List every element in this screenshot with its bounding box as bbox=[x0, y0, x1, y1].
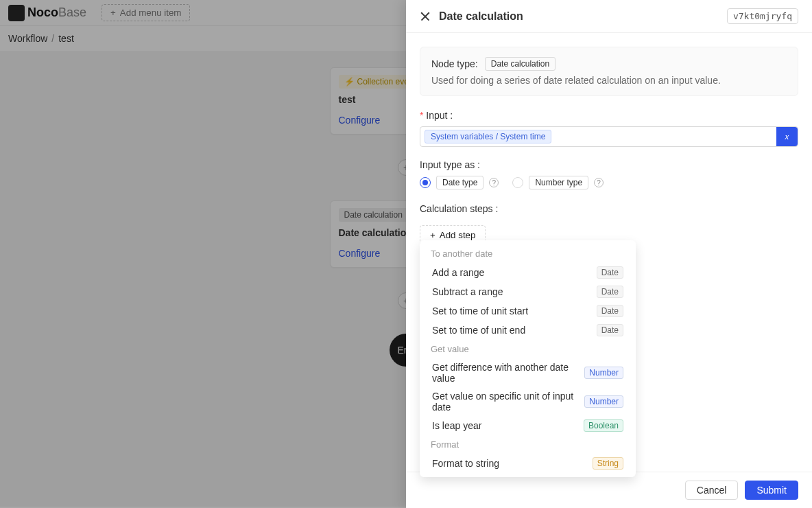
dd-label: Add a range bbox=[432, 267, 484, 278]
dd-badge-boolean: Boolean bbox=[584, 419, 623, 432]
dd-format-string[interactable]: Format to string String bbox=[424, 454, 632, 472]
dd-badge-number: Number bbox=[584, 395, 623, 408]
input-field[interactable]: System variables / System time x bbox=[420, 126, 798, 147]
dd-label: Format to string bbox=[432, 458, 499, 469]
date-type-radio[interactable] bbox=[420, 177, 431, 188]
dd-label: Get value on specific unit of input date bbox=[432, 391, 584, 413]
dd-badge-number: Number bbox=[584, 367, 623, 379]
step-dropdown: To another date Add a range Date Subtrac… bbox=[420, 240, 636, 472]
drawer-header: Date calculation v7kt0mjryfq bbox=[406, 0, 812, 33]
dd-label: Get difference with another date value bbox=[432, 362, 584, 384]
steps-label: Calculation steps : bbox=[420, 203, 798, 214]
node-type-label: Node type: bbox=[431, 58, 478, 69]
dd-label: Subtract a range bbox=[432, 286, 503, 297]
info-box: Node type: Date calculation Used for doi… bbox=[420, 47, 798, 96]
node-type-tag: Date calculation bbox=[485, 57, 556, 71]
help-icon[interactable]: ? bbox=[489, 178, 499, 187]
dd-unit-value[interactable]: Get value on specific unit of input date… bbox=[424, 387, 632, 416]
dd-unit-start[interactable]: Set to time of unit start Date bbox=[424, 301, 632, 321]
dd-unit-end[interactable]: Set to time of unit end Date bbox=[424, 321, 632, 340]
plus-icon: + bbox=[430, 230, 435, 240]
input-type-as-label: Input type as : bbox=[420, 159, 798, 170]
dd-badge-date: Date bbox=[597, 305, 623, 317]
input-chip[interactable]: System variables / System time bbox=[425, 130, 551, 143]
variable-button[interactable]: x bbox=[776, 127, 798, 146]
dd-label: Set to time of unit start bbox=[432, 305, 528, 316]
dd-badge-date: Date bbox=[597, 266, 623, 279]
date-type-tag: Date type bbox=[436, 176, 483, 189]
submit-button[interactable]: Submit bbox=[745, 481, 798, 500]
dd-group-get-value: Get value bbox=[424, 340, 632, 358]
help-icon[interactable]: ? bbox=[594, 178, 604, 187]
close-icon[interactable] bbox=[420, 11, 431, 22]
config-drawer: Date calculation v7kt0mjryfq Node type: … bbox=[406, 0, 812, 508]
dd-group-to-date: To another date bbox=[424, 244, 632, 263]
drawer-title: Date calculation bbox=[439, 10, 719, 23]
dd-group-format: Format bbox=[424, 435, 632, 454]
dd-subtract-range[interactable]: Subtract a range Date bbox=[424, 282, 632, 301]
add-step-label: Add step bbox=[440, 230, 476, 240]
number-type-tag: Number type bbox=[529, 176, 588, 189]
input-type-radio-group: Date type ? Number type ? bbox=[420, 176, 798, 189]
dd-add-range[interactable]: Add a range Date bbox=[424, 263, 632, 282]
input-label: Input : bbox=[420, 110, 798, 121]
dd-label: Is leap year bbox=[432, 420, 481, 431]
node-id: v7kt0mjryfq bbox=[727, 8, 798, 24]
node-type-desc: Used for doing a series of date related … bbox=[431, 75, 787, 86]
dd-diff[interactable]: Get difference with another date value N… bbox=[424, 358, 632, 387]
drawer-body: Node type: Date calculation Used for doi… bbox=[406, 33, 812, 472]
cancel-button[interactable]: Cancel bbox=[685, 481, 739, 500]
dd-badge-date: Date bbox=[597, 286, 623, 298]
dd-label: Set to time of unit end bbox=[432, 325, 525, 336]
dd-leap-year[interactable]: Is leap year Boolean bbox=[424, 416, 632, 435]
number-type-radio[interactable] bbox=[512, 177, 523, 188]
dd-badge-date: Date bbox=[597, 324, 623, 336]
dd-badge-string: String bbox=[593, 457, 623, 470]
